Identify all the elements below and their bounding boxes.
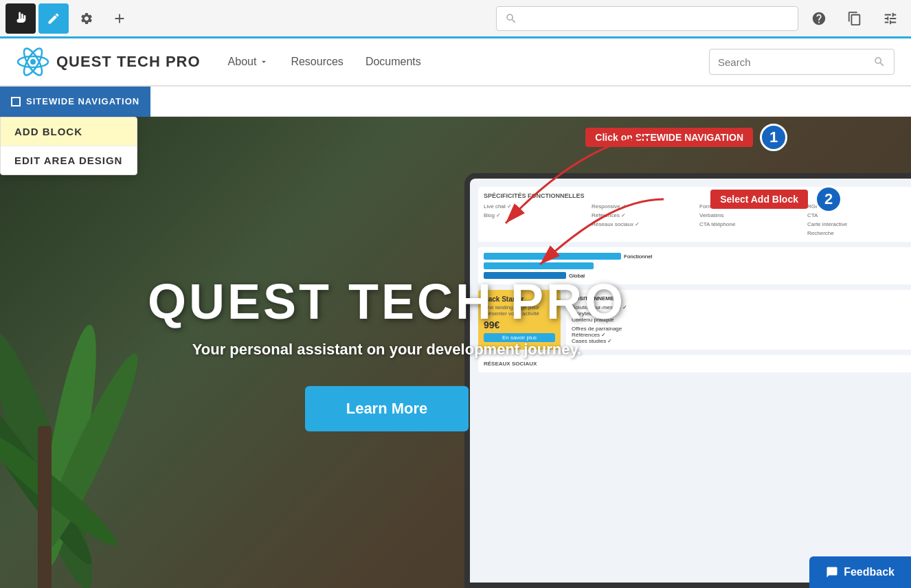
add-block-item[interactable]: Add Block [1, 117, 137, 146]
logo-icon [16, 45, 49, 78]
edit-tool-button[interactable] [38, 3, 69, 34]
step1-label: Click on SITEWIDE NAVIGATION [585, 128, 753, 147]
sitewide-nav-text: SITEWIDE NAVIGATION [26, 96, 139, 106]
hand-tool-button[interactable] [5, 3, 36, 34]
hero-title: QUEST TECH PRO [148, 273, 626, 330]
annotation-step2: Select Add Block 2 [710, 185, 842, 213]
svg-point-3 [30, 59, 36, 65]
navbar: QUEST TECH PRO About Resources Documents [0, 38, 911, 87]
navbar-search[interactable] [709, 49, 895, 75]
sitewide-dropdown-menu: Add Block Edit Area Design [0, 117, 137, 175]
sliders-button[interactable] [875, 3, 906, 34]
nav-resources[interactable]: Resources [291, 56, 343, 68]
nav-about[interactable]: About [228, 56, 269, 68]
settings-tool-button[interactable] [71, 3, 102, 34]
toolbar-search-area [496, 3, 906, 34]
chevron-down-icon [259, 57, 269, 67]
feedback-icon [826, 566, 838, 578]
feedback-button[interactable]: Feedback [809, 556, 911, 588]
feedback-label: Feedback [844, 566, 895, 578]
nav-documents[interactable]: Documents [365, 56, 421, 68]
add-tool-button[interactable] [104, 3, 135, 34]
hero-subtitle: Your personal assistant on your developm… [148, 341, 626, 359]
copy-button[interactable] [840, 3, 870, 34]
navbar-links: About Resources Documents [228, 56, 709, 68]
sitewide-nav-label[interactable]: SITEWIDE NAVIGATION Add Block Edit Area … [0, 87, 150, 117]
sitewide-nav-bar: SITEWIDE NAVIGATION Add Block Edit Area … [0, 87, 911, 117]
help-button[interactable] [804, 3, 834, 34]
hero-content: QUEST TECH PRO Your personal assistant o… [148, 273, 626, 431]
logo-text: QUEST TECH PRO [56, 53, 201, 71]
step2-badge: 2 [815, 185, 842, 213]
sitewide-checkbox [11, 97, 21, 106]
step2-label: Select Add Block [710, 190, 808, 209]
edit-area-design-item[interactable]: Edit Area Design [1, 146, 137, 174]
hero-section: SPÉCIFICITÉS FONCTIONNELLES Live chat ✓R… [0, 117, 911, 588]
step1-badge: 1 [760, 124, 787, 151]
search-input[interactable] [718, 56, 873, 68]
toolbar-search-box [496, 6, 798, 31]
learn-more-button[interactable]: Learn More [305, 386, 469, 431]
search-icon [873, 56, 886, 68]
toolbar [0, 0, 911, 38]
logo: QUEST TECH PRO [16, 45, 201, 78]
annotation-step1: Click on SITEWIDE NAVIGATION 1 [585, 124, 787, 151]
